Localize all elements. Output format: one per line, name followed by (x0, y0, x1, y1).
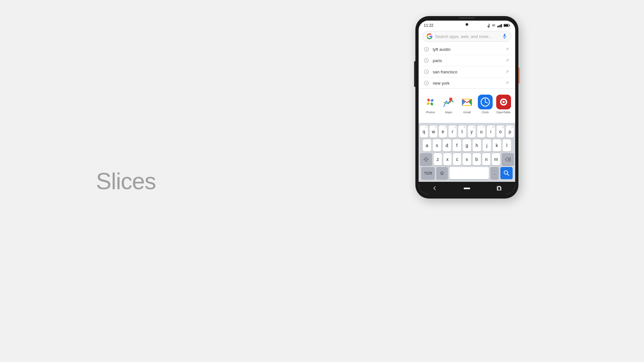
key-c[interactable]: c (453, 153, 461, 165)
key-l[interactable]: l (503, 139, 511, 152)
suggestion-item[interactable]: san francisco (419, 66, 515, 78)
key-space[interactable] (450, 167, 489, 179)
key-s[interactable]: s (433, 139, 441, 152)
history-icon (424, 58, 429, 63)
key-k[interactable]: k (493, 139, 501, 152)
keyboard: q1 w2 e3 r4 t5 y6 u7 i8 o9 p0 a s d f (419, 123, 515, 182)
app-item-maps[interactable]: Maps (440, 95, 457, 114)
key-g[interactable]: g (463, 139, 471, 152)
key-z[interactable]: z (434, 153, 442, 165)
maps-app-icon (441, 95, 456, 109)
svg-point-35 (502, 101, 505, 103)
arrow-up-left-icon (506, 81, 510, 85)
key-t[interactable]: t5 (458, 125, 466, 138)
history-icon (424, 80, 429, 86)
key-b[interactable]: b (473, 153, 481, 165)
suggestion-text: san francisco (433, 70, 502, 74)
svg-rect-2 (500, 25, 501, 27)
key-backspace[interactable] (502, 153, 514, 165)
svg-rect-6 (504, 24, 508, 26)
search-bar[interactable]: Search apps, web, and more... (422, 31, 511, 42)
key-o[interactable]: o9 (497, 125, 505, 138)
key-p[interactable]: p0 (506, 125, 514, 138)
svg-point-22 (429, 101, 431, 103)
key-u[interactable]: u7 (477, 125, 485, 138)
battery-icon (504, 24, 510, 27)
app-item-gmail[interactable]: Gmail (459, 95, 475, 114)
svg-rect-1 (498, 25, 499, 27)
key-h[interactable]: h (473, 139, 481, 152)
key-emoji[interactable]: ☺ (436, 167, 448, 179)
key-numbers[interactable]: ?123 (421, 167, 435, 179)
key-v[interactable]: v (463, 153, 471, 165)
svg-line-12 (426, 50, 427, 50)
key-n[interactable]: n (482, 153, 490, 165)
svg-rect-0 (497, 26, 498, 27)
signal-icon (497, 24, 502, 27)
home-indicator (464, 188, 470, 189)
nav-recents-button[interactable] (496, 185, 502, 191)
opentable-app-icon (496, 95, 511, 109)
app-label-gmail: Gmail (463, 111, 471, 114)
app-label-photos: Photos (426, 111, 435, 114)
key-j[interactable]: j (483, 139, 491, 152)
status-time: 11:22 (424, 23, 433, 28)
app-label-opentable: OpenTable (497, 111, 511, 114)
keyboard-row-2: a s d f g h j k l (420, 139, 514, 152)
svg-point-31 (485, 102, 486, 103)
app-label-clock: Clock (482, 111, 489, 114)
camera-dot (466, 23, 468, 26)
key-x[interactable]: x (443, 153, 451, 165)
keyboard-row-1: q1 w2 e3 r4 t5 y6 u7 i8 o9 p0 (420, 125, 514, 138)
suggestion-item[interactable]: paris (419, 55, 515, 66)
app-label-maps: Maps (445, 111, 452, 114)
key-e[interactable]: e3 (439, 125, 447, 138)
app-item-photos[interactable]: Photos (422, 95, 439, 114)
key-search[interactable] (500, 167, 513, 179)
recents-icon (497, 186, 501, 190)
key-q[interactable]: q1 (420, 125, 428, 138)
bluetooth-icon (487, 23, 490, 28)
backspace-icon (505, 157, 511, 162)
svg-line-39 (507, 174, 509, 175)
wifi-icon (491, 24, 496, 27)
app-item-clock[interactable]: Clock (477, 95, 494, 114)
nav-bar (419, 182, 515, 194)
arrow-up-left-icon (506, 58, 510, 63)
suggestion-item[interactable]: lyft austin (419, 44, 515, 55)
key-period[interactable]: . (490, 167, 499, 179)
keyboard-row-3: z x c v b n m (420, 153, 514, 165)
suggestions-list: lyft austin paris (419, 44, 515, 89)
nav-home-button[interactable] (464, 185, 470, 191)
key-y[interactable]: y6 (468, 125, 476, 138)
nav-back-button[interactable] (431, 185, 438, 191)
phone-screen: 11:22 (419, 21, 515, 194)
svg-rect-25 (459, 95, 474, 109)
back-icon (432, 186, 437, 190)
svg-rect-3 (501, 24, 502, 27)
phone-outer: 11:22 (415, 16, 518, 199)
key-w[interactable]: w2 (430, 125, 438, 138)
key-m[interactable]: m (492, 153, 500, 165)
key-shift[interactable] (420, 153, 432, 165)
mic-icon[interactable] (502, 34, 507, 39)
svg-rect-7 (504, 34, 506, 37)
app-item-opentable[interactable]: OpenTable (495, 95, 512, 114)
suggestion-item[interactable]: new york (419, 78, 515, 89)
status-icons (487, 23, 510, 28)
key-a[interactable]: a (423, 139, 431, 152)
key-r[interactable]: r4 (449, 125, 457, 138)
svg-line-21 (426, 83, 427, 84)
key-f[interactable]: f (453, 139, 461, 152)
page-title: Slices (96, 168, 156, 194)
search-placeholder: Search apps, web, and more... (435, 34, 499, 39)
keyboard-bottom-row: ?123 ☺ . (420, 167, 514, 179)
svg-rect-5 (509, 25, 510, 26)
shift-icon (423, 157, 429, 162)
key-d[interactable]: d (443, 139, 451, 152)
history-icon (424, 69, 429, 74)
gmail-app-icon (459, 95, 474, 109)
key-i[interactable]: i8 (487, 125, 495, 138)
suggestion-text: new york (433, 81, 502, 86)
suggestion-text: lyft austin (433, 47, 502, 52)
